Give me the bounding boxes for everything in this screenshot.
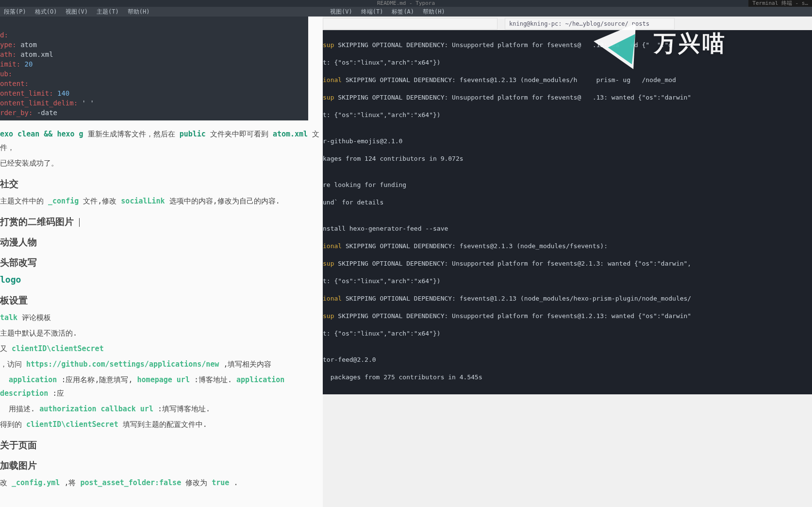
yaml-key-content-limit: ontent_limit:: [0, 89, 53, 97]
term-line-16: t: {"os":"linux","arch":"x64"}): [323, 277, 441, 285]
menu-help-r[interactable]: 帮助(H): [423, 7, 445, 17]
term-tag-notsup-2: sup: [323, 94, 334, 101]
code-talk: talk: [0, 313, 17, 322]
heading-header-mod: 头部改写: [0, 255, 323, 269]
yaml-key-path: ath:: [0, 51, 17, 58]
code-public: public: [180, 130, 206, 138]
code-application: application: [9, 375, 57, 384]
term-line-11: und` for details: [323, 199, 383, 206]
term-line-10: re looking for funding: [323, 181, 406, 188]
menu-terminal-r[interactable]: 终端(T): [361, 7, 383, 17]
menu-tab-r[interactable]: 标签(A): [392, 7, 414, 17]
code-config: _config: [48, 197, 79, 205]
menu-theme[interactable]: 主题(T): [97, 7, 119, 17]
term-line-3: SKIPPING OPTIONAL DEPENDENCY: fsevents@1…: [342, 76, 676, 84]
heading-load-image: 加载图片: [0, 458, 323, 472]
code-config-yml: _config.yml: [12, 478, 60, 487]
text-10a: 改: [0, 478, 12, 487]
text-9b: 填写到主题的配置文件中.: [118, 420, 207, 429]
term-line-13: nstall hexo-generator-feed --save: [323, 225, 448, 232]
yaml-key-limit: imit:: [0, 60, 20, 68]
term-line-14: SKIPPING OPTIONAL DEPENDENCY: fsevents@2…: [342, 242, 608, 250]
yaml-val-order-by: -date: [37, 109, 57, 117]
term-line-22: packages from 275 contributors in 4.545s: [323, 373, 482, 381]
text-8b: :填写博客地址.: [153, 405, 210, 413]
text-regen-b: 文件夹中即可看到: [206, 130, 273, 138]
text-talk: 评论模板: [17, 313, 51, 322]
term-line-2: t: {"os":"linux","arch":"x64"}): [323, 59, 441, 66]
terminal-title-bar: Terminal 终端 - s…: [748, 0, 812, 7]
yaml-key-hub: ub:: [0, 70, 12, 78]
term-line-21: tor-feed@2.2.0: [323, 356, 376, 363]
code-atom-xml: atom.xml: [273, 130, 308, 138]
term-tag-notsup-1: sup: [323, 41, 334, 49]
text-inactive: 主题中默认是不激活的.: [0, 329, 77, 338]
yaml-key-content: ontent:: [0, 80, 29, 87]
text-9a: 得到的: [0, 420, 26, 429]
term-line-4: SKIPPING OPTIONAL DEPENDENCY: Unsupporte…: [334, 94, 691, 101]
term-line-7: r-github-emojis@2.1.0: [323, 137, 402, 145]
menu-view-r[interactable]: 视图(V): [330, 7, 352, 17]
menu-format[interactable]: 格式(O): [35, 7, 57, 17]
yaml-val-content-limit: 140: [57, 89, 69, 97]
document-body[interactable]: exo clean && hexo g 重新生成博客文件，然后在 public …: [0, 127, 323, 490]
code-true: true: [212, 478, 229, 487]
text-10b: ,将: [60, 478, 80, 487]
text-3b: 文件,修改: [79, 197, 121, 205]
menu-view[interactable]: 视图(V): [66, 7, 88, 17]
term-tag-optional-3: ional: [323, 295, 342, 302]
yaml-val-content-limit-delim: ' ': [82, 99, 94, 107]
heading-social: 社交: [0, 177, 323, 190]
yaml-val-type: atom: [20, 41, 37, 49]
heading-about: 关于页面: [0, 438, 323, 452]
text-dot: .: [229, 478, 238, 487]
code-github-url: https://github.com/settings/applications…: [26, 360, 219, 369]
yaml-val-limit: 20: [25, 60, 33, 68]
text-6b: ,填写相关内容: [219, 360, 271, 369]
text-7c: :应: [48, 389, 64, 398]
yaml-key-content-limit-delim: ontent_limit_delim:: [0, 99, 78, 107]
address-bar-left[interactable]: [323, 18, 497, 30]
heading-logo: logo: [0, 273, 323, 287]
code-hexo-clean: exo clean && hexo g: [0, 130, 83, 138]
text-3c: 选项中的内容,修改为自己的内容.: [165, 197, 280, 205]
text-7a: :应用名称,随意填写,: [57, 375, 137, 384]
typora-menu: 段落(P) 格式(O) 视图(V) 主题(T) 帮助(H): [0, 7, 149, 17]
term-tag-optional-2: ional: [323, 242, 342, 250]
terminal-menu: 视图(V) 终端(T) 标签(A) 帮助(H): [330, 7, 445, 17]
text-cursor: [79, 218, 80, 227]
heading-board: 板设置: [0, 293, 323, 307]
code-post-asset-folder: post_asset_folder:false: [80, 478, 181, 487]
term-line-17: SKIPPING OPTIONAL DEPENDENCY: fsevents@1…: [342, 295, 691, 302]
code-client-id2: clientID\clientSecret: [26, 420, 118, 429]
heading-anime: 动漫人物: [0, 235, 323, 249]
text-install-ok: 已经安装成功了。: [0, 159, 58, 168]
term-tag-notsup-3: sup: [323, 260, 334, 267]
code-client-id: clientID\clientSecret: [12, 344, 104, 353]
text-regen-a: 重新生成博客文件，然后在: [83, 130, 180, 138]
text-7b: :博客地址.: [190, 375, 236, 384]
term-line-15: SKIPPING OPTIONAL DEPENDENCY: Unsupporte…: [334, 260, 691, 267]
code-homepage-url: homepage url: [137, 375, 190, 384]
term-line-8: kages from 124 contributors in 9.072s: [323, 155, 464, 162]
address-bar-right[interactable]: kning@kning-pc: ~/he…yblog/source/_posts: [505, 18, 675, 30]
code-auth-callback: authorization callback url: [39, 405, 153, 413]
terminal-output[interactable]: sup SKIPPING OPTIONAL DEPENDENCY: Unsupp…: [323, 30, 812, 394]
menu-help[interactable]: 帮助(H): [128, 7, 150, 17]
term-line-18: SKIPPING OPTIONAL DEPENDENCY: Unsupporte…: [334, 312, 691, 320]
text-3a: 主题文件中的: [0, 197, 48, 205]
code-social-link: socialLink: [121, 197, 165, 205]
yaml-key-order-by: rder_by:: [0, 109, 33, 117]
term-tag-optional-1: ional: [323, 76, 342, 84]
text-10c: 修改为: [181, 478, 212, 487]
text-6a: ，访问: [0, 360, 26, 369]
term-line-1: SKIPPING OPTIONAL DEPENDENCY: Unsupporte…: [334, 41, 672, 49]
yaml-front-matter: d: ype: atom ath: atom.xml imit: 20 ub: …: [0, 17, 308, 120]
menu-paragraph[interactable]: 段落(P): [4, 7, 26, 17]
typora-editor[interactable]: d: ype: atom ath: atom.xml imit: 20 ub: …: [0, 17, 323, 507]
menu-bar: 段落(P) 格式(O) 视图(V) 主题(T) 帮助(H) 视图(V) 终端(T…: [0, 7, 812, 17]
yaml-key-type: ype:: [0, 41, 17, 49]
yaml-key-d: d:: [0, 31, 8, 39]
yaml-val-path: atom.xml: [20, 51, 53, 58]
term-tag-notsup-4: sup: [323, 312, 334, 320]
